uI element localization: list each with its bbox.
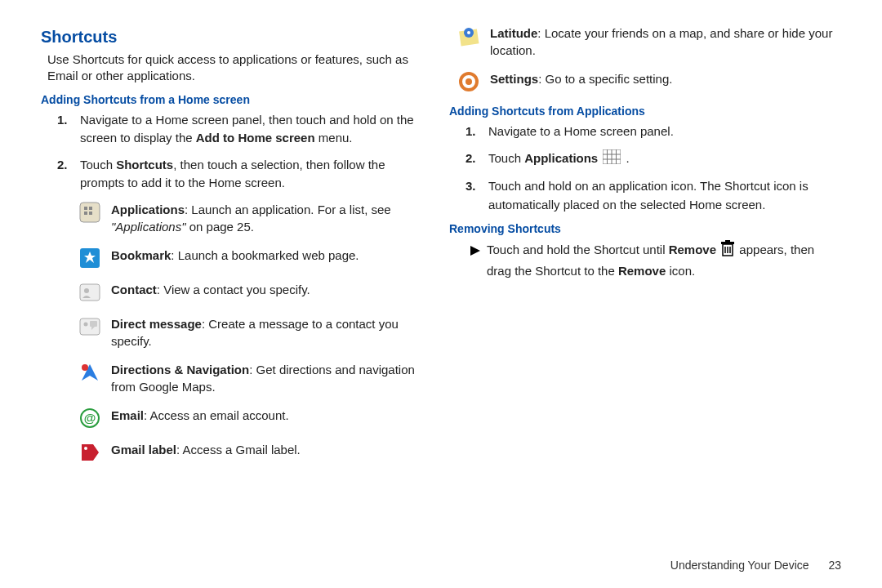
desc: : View a contact you specify. (157, 283, 310, 296)
item-text: Contact: View a contact you specify. (111, 281, 310, 298)
shortcut-types-list: Applications: Launch an application. For… (78, 201, 425, 464)
svg-point-10 (84, 322, 88, 326)
item-text: Bookmark: Launch a bookmarked web page. (111, 247, 359, 264)
step-1: 1. Navigate to a Home screen panel. (466, 122, 841, 141)
shortcut-types-list-cont: Latitude: Locate your friends on a map, … (457, 24, 841, 93)
subheading-adding-home: Adding Shortcuts from a Home screen (41, 93, 425, 106)
bold-text: Remove (618, 264, 666, 278)
footer-section: Understanding Your Device (670, 559, 809, 572)
item-text: Directions & Navigation: Get directions … (111, 361, 425, 395)
svg-point-21 (467, 31, 470, 34)
step-number: 2. (466, 149, 476, 168)
bold-text: Remove (669, 243, 716, 256)
svg-rect-3 (84, 212, 87, 215)
subheading-adding-apps: Adding Shortcuts from Applications (449, 105, 841, 118)
direct-message-icon (78, 315, 101, 338)
item-directions: Directions & Navigation: Get directions … (78, 361, 425, 395)
steps-apps: 1. Navigate to a Home screen panel. 2. T… (466, 122, 841, 214)
page-body: Shortcuts Use Shortcuts for quick access… (0, 0, 882, 475)
label: Contact (111, 283, 157, 296)
left-column: Shortcuts Use Shortcuts for quick access… (41, 24, 441, 475)
label: Direct message (111, 317, 202, 331)
svg-point-18 (84, 447, 87, 450)
ref: on page 25. (186, 220, 254, 234)
intro-text: Use Shortcuts for quick access to applic… (47, 51, 425, 85)
subheading-removing: Removing Shortcuts (449, 222, 841, 235)
step-text: Touch (488, 151, 524, 165)
svg-point-8 (84, 288, 89, 293)
desc: : Access an email account. (144, 408, 289, 422)
step-text: menu. (315, 131, 353, 145)
email-icon: @ (78, 407, 101, 430)
step-number: 1. (466, 122, 476, 141)
item-contact: Contact: View a contact you specify. (78, 281, 425, 304)
svg-rect-2 (89, 207, 92, 210)
label: Gmail label (111, 443, 176, 457)
step-3: 3. Touch and hold on an application icon… (466, 177, 841, 214)
triangle-bullet-icon (466, 240, 487, 261)
svg-text:@: @ (84, 411, 96, 425)
svg-rect-35 (721, 242, 734, 244)
item-text: Latitude: Locate your friends on a map, … (490, 24, 841, 59)
svg-rect-36 (725, 240, 730, 242)
step-number: 3. (466, 177, 476, 196)
bold-text: Shortcuts (116, 158, 173, 172)
label: Latitude (490, 26, 537, 40)
item-applications: Applications: Launch an application. For… (78, 201, 425, 235)
settings-icon (457, 70, 480, 93)
right-column: Latitude: Locate your friends on a map, … (441, 24, 841, 475)
applications-grid-icon (603, 149, 621, 170)
section-title: Shortcuts (41, 28, 425, 47)
label: Email (111, 408, 144, 422)
label: Applications (111, 203, 185, 216)
t: icon. (666, 264, 695, 278)
directions-icon (78, 361, 101, 384)
svg-rect-9 (80, 318, 100, 335)
item-latitude: Latitude: Locate your friends on a map, … (457, 24, 841, 59)
svg-marker-17 (82, 444, 99, 461)
svg-rect-11 (90, 321, 97, 327)
svg-marker-30 (470, 246, 480, 256)
svg-rect-4 (89, 212, 92, 215)
step-1: 1. Navigate to a Home screen panel, then… (57, 111, 425, 148)
item-text: Email: Access an email account. (111, 407, 289, 424)
desc: : Locate your friends on a map, and shar… (490, 26, 832, 57)
item-email: @ Email: Access an email account. (78, 407, 425, 430)
item-text: Settings: Go to a specific setting. (490, 70, 672, 87)
t: Touch and hold the Shortcut until (487, 243, 669, 256)
footer-page-number: 23 (828, 559, 841, 572)
applications-icon (78, 201, 101, 224)
step-text: Navigate to a Home screen panel. (488, 124, 674, 138)
item-direct-message: Direct message: Create a message to a co… (78, 315, 425, 350)
item-gmail-label: Gmail label: Access a Gmail label. (78, 441, 425, 464)
svg-point-23 (466, 78, 472, 85)
item-text: Gmail label: Access a Gmail label. (111, 441, 301, 458)
bold-text: Add to Home screen (196, 131, 315, 145)
step-text: Touch (80, 158, 116, 172)
step-number: 2. (57, 156, 68, 175)
item-settings: Settings: Go to a specific setting. (457, 70, 841, 93)
step-2: 2. Touch Applications . (466, 149, 841, 170)
svg-point-14 (82, 364, 88, 371)
label: Settings (490, 72, 538, 86)
label: Directions & Navigation (111, 363, 249, 376)
bullet-text: Touch and hold the Shortcut until Remove… (487, 240, 841, 280)
desc: : Launch an application. For a list, see (185, 203, 391, 216)
gmail-label-icon (78, 441, 101, 464)
step-text: Touch and hold on an application icon. T… (488, 179, 808, 212)
remove-bullet: Touch and hold the Shortcut until Remove… (466, 240, 841, 280)
step-2: 2. Touch Shortcuts, then touch a selecti… (57, 156, 425, 193)
ref-italic: "Applications" (111, 220, 186, 234)
svg-rect-1 (84, 207, 87, 210)
contact-icon (78, 281, 101, 304)
page-footer: Understanding Your Device 23 (670, 559, 841, 572)
bullet-row: Touch and hold the Shortcut until Remove… (466, 240, 841, 280)
steps-home: 1. Navigate to a Home screen panel, then… (57, 111, 425, 193)
item-text: Direct message: Create a message to a co… (111, 315, 425, 350)
item-text: Applications: Launch an application. For… (111, 201, 425, 235)
desc: : Go to a specific setting. (538, 72, 672, 86)
step-number: 1. (57, 111, 68, 130)
bold-text: Applications (524, 151, 598, 165)
item-bookmark: Bookmark: Launch a bookmarked web page. (78, 247, 425, 270)
latitude-icon (457, 24, 480, 47)
